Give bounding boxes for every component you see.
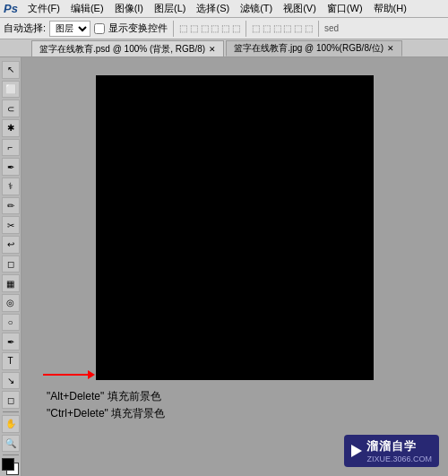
blur-tool[interactable]: ◎ (2, 294, 20, 312)
toolbox: ↖ ⬜ ⊂ ✱ ⌐ ✒ ⚕ ✏ ✂ ↩ ◻ ▦ ◎ ○ ✒ T ↘ ◻ ✋ 🔍 (0, 57, 22, 476)
annotation-line2: "Ctrl+Delete" 填充背景色 (47, 405, 165, 422)
zoom-tool[interactable]: 🔍 (2, 435, 20, 453)
foreground-color-box[interactable] (2, 458, 14, 471)
red-arrow-line (43, 374, 88, 376)
tab-jpg-label: 篮字在线教育.jpg @ 100%(RGB/8/位) (234, 42, 383, 55)
canvas-black (96, 75, 374, 380)
shape-tool[interactable]: ◻ (2, 391, 20, 409)
tab-jpg[interactable]: 篮字在线教育.jpg @ 100%(RGB/8/位) ✕ (226, 40, 402, 56)
history-brush-tool[interactable]: ↩ (2, 236, 20, 254)
path-selection-tool[interactable]: ↘ (2, 372, 20, 390)
menu-layer[interactable]: 图层(L) (150, 1, 190, 16)
auto-select-dropdown[interactable]: 图层 (49, 21, 90, 37)
annotation-line1: "Alt+Delete" 填充前景色 (47, 388, 165, 405)
hand-tool[interactable]: ✋ (2, 415, 20, 433)
tab-psd-close[interactable]: ✕ (209, 45, 216, 54)
show-transform-checkbox[interactable] (94, 23, 105, 34)
red-arrow (43, 370, 95, 379)
toolbox-separator-2 (3, 454, 19, 455)
marquee-tool[interactable]: ⬜ (2, 81, 20, 99)
watermark-text-group: 溜溜自学 ZIXUE.3066.COM (366, 438, 432, 463)
options-separator-2 (246, 21, 246, 37)
canvas-area: "Alt+Delete" 填充前景色 "Ctrl+Delete" 填充背景色 溜… (22, 57, 448, 476)
menu-window[interactable]: 窗口(W) (323, 1, 367, 16)
tab-psd[interactable]: 篮字在线教育.psd @ 100% (背景, RGB/8) ✕ (31, 40, 224, 56)
options-separator-1 (173, 21, 174, 37)
tab-jpg-close[interactable]: ✕ (387, 44, 394, 53)
canvas-wrapper (96, 75, 374, 380)
menu-filter[interactable]: 滤镜(T) (236, 1, 277, 16)
tab-bar: 篮字在线教育.psd @ 100% (背景, RGB/8) ✕ 篮字在线教育.j… (0, 39, 448, 57)
menu-file[interactable]: 文件(F) (23, 1, 65, 16)
red-arrow-head (88, 370, 95, 379)
menu-select[interactable]: 选择(S) (192, 1, 234, 16)
gradient-tool[interactable]: ▦ (2, 274, 20, 292)
text-tool[interactable]: T (2, 352, 20, 370)
menu-bar: Ps 文件(F) 编辑(E) 图像(I) 图层(L) 选择(S) 滤镜(T) 视… (0, 0, 448, 18)
dodge-tool[interactable]: ○ (2, 314, 20, 332)
eraser-tool[interactable]: ◻ (2, 255, 20, 273)
tab-psd-label: 篮字在线教育.psd @ 100% (背景, RGB/8) (39, 43, 205, 56)
brush-tool[interactable]: ✏ (2, 197, 20, 215)
mode-text: sed (324, 23, 339, 33)
menu-help[interactable]: 帮助(H) (369, 1, 411, 16)
toolbox-separator (3, 411, 19, 412)
show-transform-label: 显示变换控件 (108, 22, 168, 35)
options-bar: 自动选择: 图层 显示变换控件 ⬚ ⬚ ⬚ ⬚ ⬚ ⬚ ⬚ ⬚ ⬚ ⬚ ⬚ ⬚ … (0, 18, 448, 39)
move-tool[interactable]: ↖ (2, 61, 20, 79)
menu-image[interactable]: 图像(I) (110, 1, 148, 16)
watermark-site-url: ZIXUE.3066.COM (366, 454, 432, 463)
pen-tool[interactable]: ✒ (2, 333, 20, 351)
ps-logo: Ps (4, 2, 18, 15)
color-boxes[interactable] (2, 458, 20, 476)
magic-wand-tool[interactable]: ✱ (2, 119, 20, 137)
align-icons: ⬚ ⬚ ⬚ ⬚ ⬚ ⬚ (179, 23, 240, 33)
crop-tool[interactable]: ⌐ (2, 139, 20, 157)
distribute-icons: ⬚ ⬚ ⬚ ⬚ ⬚ ⬚ (252, 23, 313, 33)
heal-tool[interactable]: ⚕ (2, 177, 20, 195)
menu-edit[interactable]: 编辑(E) (66, 1, 108, 16)
play-icon (351, 445, 362, 457)
options-separator-3 (318, 21, 319, 37)
auto-select-label: 自动选择: (4, 22, 46, 35)
eyedropper-tool[interactable]: ✒ (2, 158, 20, 176)
clone-tool[interactable]: ✂ (2, 216, 20, 234)
main-area: ↖ ⬜ ⊂ ✱ ⌐ ✒ ⚕ ✏ ✂ ↩ ◻ ▦ ◎ ○ ✒ T ↘ ◻ ✋ 🔍 (0, 57, 448, 476)
watermark-site-name: 溜溜自学 (366, 438, 417, 454)
annotation: "Alt+Delete" 填充前景色 "Ctrl+Delete" 填充背景色 (47, 388, 165, 422)
lasso-tool[interactable]: ⊂ (2, 100, 20, 117)
watermark: 溜溜自学 ZIXUE.3066.COM (344, 435, 439, 467)
menu-view[interactable]: 视图(V) (279, 1, 321, 16)
